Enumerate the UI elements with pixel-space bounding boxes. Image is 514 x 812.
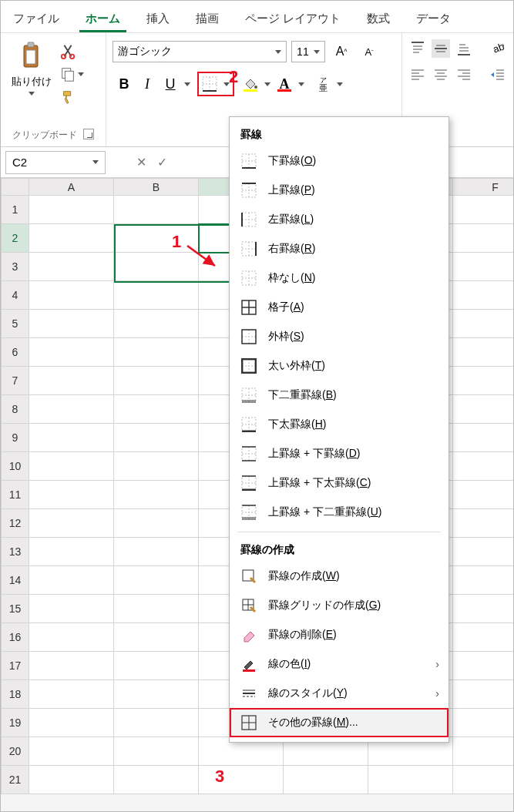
- cell[interactable]: [453, 310, 515, 338]
- row-header[interactable]: 6: [2, 338, 29, 367]
- dropdown-item-more-borders[interactable]: その他の罫線(M)...: [230, 708, 448, 737]
- dropdown-item-border-outside[interactable]: 外枠(S): [230, 322, 448, 351]
- row-header[interactable]: 2: [2, 224, 29, 253]
- row-header[interactable]: 7: [2, 367, 29, 395]
- dropdown-item-border-double-bottom[interactable]: 下二重罫線(B): [230, 381, 448, 410]
- decrease-font-size-button[interactable]: Aˇ: [358, 39, 381, 64]
- dropdown-item-border-top-bottom[interactable]: 上罫線 + 下罫線(D): [230, 439, 448, 468]
- cell[interactable]: [453, 481, 515, 509]
- fill-color-split[interactable]: [262, 72, 273, 96]
- row-header[interactable]: 5: [2, 310, 29, 338]
- cell[interactable]: [29, 338, 114, 367]
- cell[interactable]: [29, 424, 114, 452]
- underline-split[interactable]: [182, 72, 193, 96]
- row-header[interactable]: 12: [2, 509, 29, 538]
- cell[interactable]: [114, 424, 199, 452]
- cell[interactable]: [199, 766, 284, 794]
- font-name-select[interactable]: 游ゴシック: [113, 41, 287, 62]
- row-header[interactable]: 9: [2, 424, 29, 452]
- cell[interactable]: [114, 481, 199, 509]
- decrease-indent-icon[interactable]: [489, 65, 507, 84]
- align-top-icon[interactable]: [408, 39, 427, 58]
- cell[interactable]: [29, 310, 114, 338]
- font-size-select[interactable]: 11: [291, 41, 325, 62]
- cell[interactable]: [453, 737, 515, 766]
- cell[interactable]: [453, 709, 515, 737]
- cell[interactable]: [29, 652, 114, 680]
- align-bottom-icon[interactable]: [455, 39, 473, 58]
- dialog-launcher-icon[interactable]: [83, 129, 94, 139]
- column-header[interactable]: B: [114, 179, 199, 196]
- select-all-corner[interactable]: [2, 179, 29, 196]
- cell[interactable]: [114, 281, 199, 310]
- cell[interactable]: [453, 766, 515, 794]
- dropdown-item-draw-border[interactable]: 罫線の作成(W): [230, 562, 448, 591]
- name-box[interactable]: C2: [5, 151, 106, 174]
- cell[interactable]: [29, 737, 114, 766]
- cell[interactable]: [453, 196, 515, 224]
- cell[interactable]: [29, 395, 114, 424]
- cell[interactable]: [453, 566, 515, 595]
- tab-4[interactable]: ページ レイアウト: [239, 4, 347, 32]
- row-header[interactable]: 14: [2, 566, 29, 595]
- italic-button[interactable]: I: [136, 72, 159, 96]
- cell[interactable]: [453, 509, 515, 538]
- tab-2[interactable]: 挿入: [140, 4, 176, 32]
- cancel-formula-icon[interactable]: ✕: [136, 155, 146, 169]
- cell[interactable]: [29, 196, 114, 224]
- dropdown-item-erase-border[interactable]: 罫線の削除(E): [230, 620, 448, 649]
- cell[interactable]: [114, 566, 199, 595]
- cell[interactable]: [114, 395, 199, 424]
- cell[interactable]: [114, 538, 199, 566]
- align-right-icon[interactable]: [455, 65, 473, 84]
- row-header[interactable]: 8: [2, 395, 29, 424]
- cell[interactable]: [114, 310, 199, 338]
- cell[interactable]: [114, 196, 199, 224]
- cell[interactable]: [453, 680, 515, 709]
- cell[interactable]: [114, 709, 199, 737]
- cell[interactable]: [114, 652, 199, 680]
- cell[interactable]: [114, 737, 199, 766]
- cell[interactable]: [114, 452, 199, 481]
- phonetic-guide-button[interactable]: ア亜: [311, 72, 334, 96]
- dropdown-item-border-thick-bottom[interactable]: 下太罫線(H): [230, 410, 448, 439]
- tab-3[interactable]: 描画: [190, 4, 225, 32]
- cell[interactable]: [453, 538, 515, 566]
- cell[interactable]: [284, 766, 368, 794]
- align-center-icon[interactable]: [432, 65, 450, 84]
- bold-button[interactable]: B: [113, 72, 136, 96]
- row-header[interactable]: 4: [2, 281, 29, 310]
- dropdown-item-draw-grid[interactable]: 罫線グリッドの作成(G): [230, 591, 448, 620]
- cell[interactable]: [29, 253, 114, 281]
- paste-button[interactable]: 貼り付け: [7, 39, 56, 97]
- format-painter-icon[interactable]: [59, 89, 76, 106]
- dropdown-item-border-top[interactable]: 上罫線(P): [230, 176, 448, 205]
- increase-font-size-button[interactable]: A^: [330, 39, 353, 64]
- row-header[interactable]: 10: [2, 452, 29, 481]
- align-middle-icon[interactable]: [432, 39, 450, 58]
- cell[interactable]: [453, 623, 515, 652]
- cell[interactable]: [453, 595, 515, 623]
- enter-formula-icon[interactable]: ✓: [157, 155, 167, 169]
- cell[interactable]: [29, 224, 114, 253]
- cell[interactable]: [29, 623, 114, 652]
- align-left-icon[interactable]: [408, 65, 427, 84]
- dropdown-item-border-top-thickbottom[interactable]: 上罫線 + 下太罫線(C): [230, 468, 448, 498]
- dropdown-item-border-left[interactable]: 左罫線(L): [230, 205, 448, 234]
- orientation-icon[interactable]: ab: [489, 39, 507, 58]
- cell[interactable]: [453, 253, 515, 281]
- dropdown-item-border-all[interactable]: 格子(A): [230, 293, 448, 322]
- cell[interactable]: [114, 595, 199, 623]
- fill-color-button[interactable]: [239, 72, 262, 96]
- cell[interactable]: [29, 509, 114, 538]
- dropdown-item-border-top-doublebottom[interactable]: 上罫線 + 下二重罫線(U): [230, 498, 448, 527]
- cell[interactable]: [29, 538, 114, 566]
- font-color-button[interactable]: A: [273, 72, 296, 96]
- row-header[interactable]: 13: [2, 538, 29, 566]
- phonetic-split[interactable]: [334, 72, 345, 96]
- cell[interactable]: [453, 281, 515, 310]
- cell[interactable]: [368, 766, 453, 794]
- row-header[interactable]: 18: [2, 680, 29, 709]
- dropdown-item-border-none[interactable]: 枠なし(N): [230, 263, 448, 293]
- cell[interactable]: [453, 338, 515, 367]
